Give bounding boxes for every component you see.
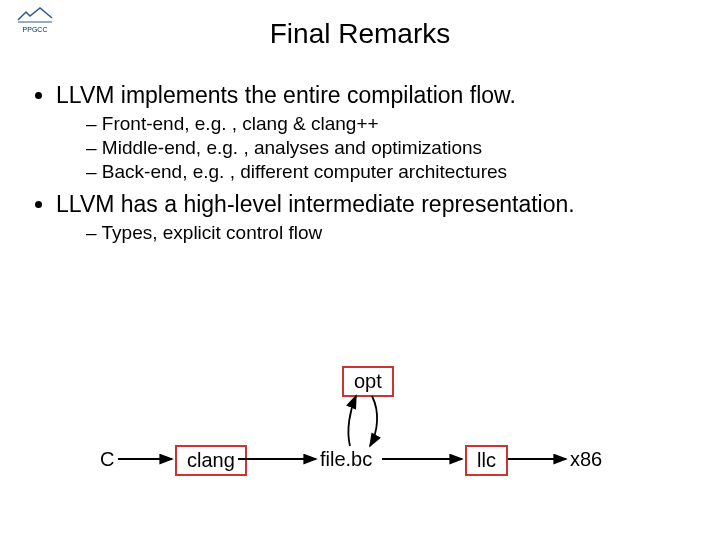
sub-bullet: Front-end, e.g. , clang & clang++	[86, 113, 700, 135]
sub-bullet: Types, explicit control flow	[86, 222, 700, 244]
bullet-item: LLVM implements the entire compilation f…	[56, 82, 700, 183]
sub-bullet: Back-end, e.g. , different computer arch…	[86, 161, 700, 183]
pipeline-diagram: C clang file.bc opt llc x86	[0, 360, 720, 500]
bullet-item: LLVM has a high-level intermediate repre…	[56, 191, 700, 244]
bullet-text: LLVM has a high-level intermediate repre…	[56, 191, 575, 217]
arrows	[0, 360, 720, 520]
sub-bullet: Middle-end, e.g. , analyses and optimiza…	[86, 137, 700, 159]
content: LLVM implements the entire compilation f…	[20, 82, 700, 244]
page-title: Final Remarks	[0, 18, 720, 50]
logo: PPGCC	[6, 6, 64, 50]
bullet-text: LLVM implements the entire compilation f…	[56, 82, 516, 108]
logo-text: PPGCC	[6, 26, 64, 33]
